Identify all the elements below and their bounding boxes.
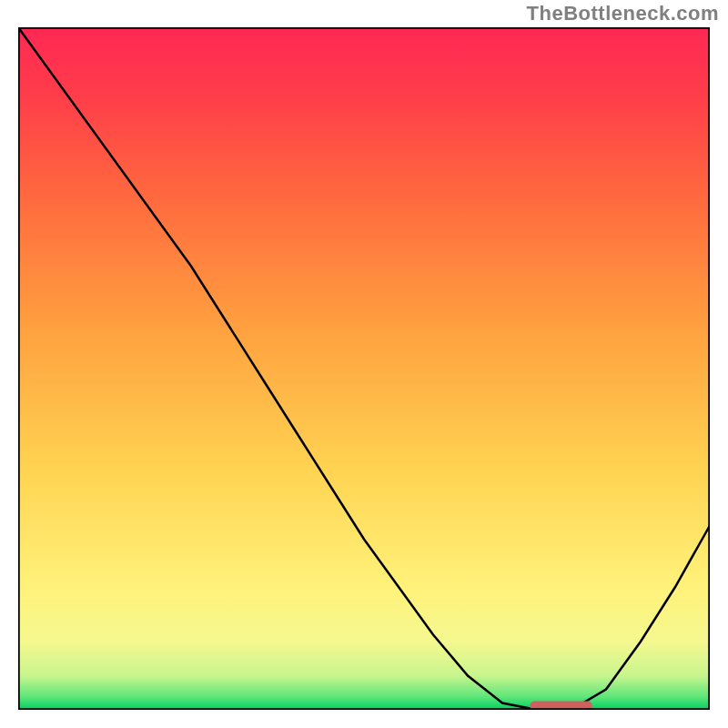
watermark-text: TheBottleneck.com bbox=[527, 2, 719, 25]
chart-svg bbox=[18, 27, 710, 710]
chart-stage: TheBottleneck.com bbox=[0, 0, 728, 728]
plot-area bbox=[18, 27, 710, 710]
gradient-background bbox=[18, 27, 710, 710]
